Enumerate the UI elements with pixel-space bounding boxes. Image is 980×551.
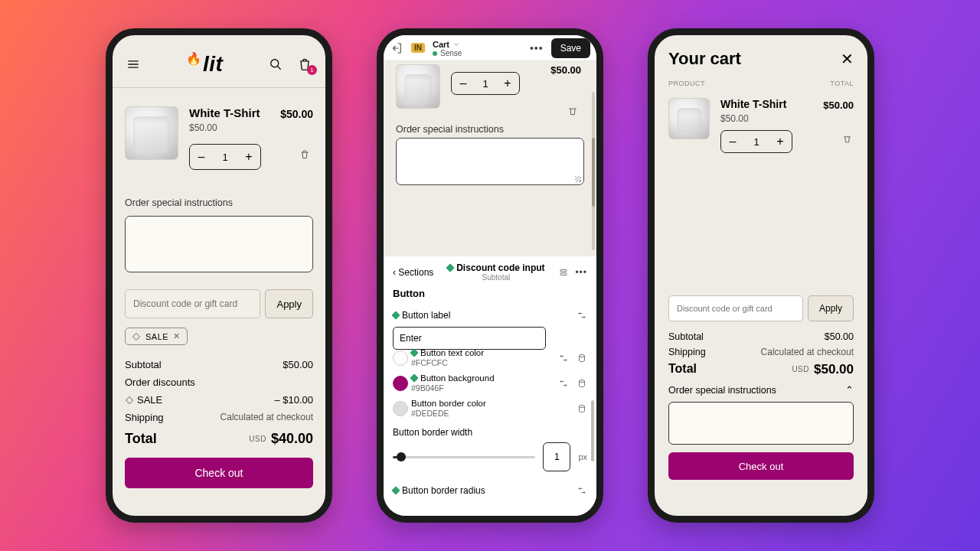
border-radius-label: Button border radius: [402, 485, 485, 496]
discount-chip-label: SALE: [145, 332, 168, 341]
osi-textarea[interactable]: [396, 138, 584, 185]
save-button[interactable]: Save: [551, 38, 590, 58]
remove-item[interactable]: [299, 149, 310, 163]
product-thumbnail: [396, 64, 440, 109]
discount-input[interactable]: [125, 289, 260, 318]
unit-label: px: [578, 452, 587, 461]
checkout-button[interactable]: Check out: [125, 458, 313, 488]
svg-rect-1: [560, 269, 567, 272]
phone-theme-editor: IN Cart Sense ••• Save – 1 + $50.00 Orde…: [377, 28, 603, 523]
search-icon[interactable]: [267, 56, 284, 73]
col-product: PRODUCT: [668, 80, 705, 87]
color-swatch[interactable]: [393, 401, 408, 416]
cart-line-item: White T-Shirt $50.00 – 1 + $50.00: [113, 88, 325, 174]
subtotal-label: Subtotal: [125, 359, 162, 370]
qty-value: 1: [213, 152, 237, 163]
svg-point-6: [580, 405, 585, 407]
qty-increase[interactable]: +: [496, 77, 519, 90]
osi-label: Order special instructions: [113, 174, 325, 213]
remove-item[interactable]: [842, 133, 852, 147]
color-swatch[interactable]: [393, 350, 408, 366]
status-dot-icon: [433, 51, 437, 56]
quantity-stepper: – 1 +: [189, 144, 261, 170]
col-total: TOTAL: [830, 80, 854, 87]
qty-increase[interactable]: +: [769, 135, 792, 148]
line-price: $50.00: [823, 99, 854, 111]
button-label-input[interactable]: [393, 327, 546, 350]
osi-textarea[interactable]: [668, 402, 854, 445]
store-logo: 🔥lit: [186, 52, 224, 77]
cart-title: Your cart: [668, 49, 741, 69]
svg-point-5: [580, 380, 585, 382]
total-value: $40.00: [271, 431, 313, 446]
remove-chip-icon[interactable]: ✕: [173, 331, 181, 341]
text-color-label: Button text color: [420, 348, 484, 357]
more-icon[interactable]: •••: [530, 42, 544, 54]
border-width-slider[interactable]: [393, 456, 535, 458]
border-width-input[interactable]: 1: [543, 442, 570, 471]
connect-icon[interactable]: [558, 353, 569, 364]
osi-label: Order special instructions: [391, 109, 589, 138]
apply-button[interactable]: Apply: [808, 295, 854, 321]
svg-rect-2: [560, 273, 567, 276]
database-icon[interactable]: [577, 403, 587, 414]
svg-point-4: [580, 354, 585, 357]
qty-increase[interactable]: +: [237, 150, 260, 164]
menu-icon[interactable]: [125, 56, 142, 73]
shipping-value: Calculated at checkout: [220, 412, 313, 423]
breadcrumb[interactable]: Cart Sense: [433, 38, 522, 57]
button-label-label: Button label: [402, 310, 450, 321]
apply-button[interactable]: Apply: [265, 289, 313, 318]
discount-chip: SALE ✕: [125, 328, 188, 345]
dynamic-icon: [391, 486, 400, 494]
panel-title: Discount code input: [456, 262, 544, 273]
qty-decrease[interactable]: –: [452, 77, 475, 90]
total-value: $50.00: [814, 362, 854, 377]
text-color-value: #FCFCFC: [411, 358, 484, 367]
database-icon[interactable]: [577, 353, 587, 364]
theme-badge: IN: [411, 43, 425, 53]
qty-value: 1: [744, 136, 769, 148]
totals: Subtotal$50.00 Order discounts SALE– $10…: [113, 345, 325, 450]
bg-value: #9B046F: [411, 383, 495, 393]
qty-decrease[interactable]: –: [721, 135, 744, 148]
qty-decrease[interactable]: –: [190, 150, 213, 164]
product-unit-price: $50.00: [189, 122, 261, 133]
close-icon[interactable]: ✕: [841, 50, 854, 68]
bg-label: Button background: [420, 373, 495, 383]
connect-icon[interactable]: [558, 378, 569, 389]
sale-label: SALE: [137, 394, 162, 406]
more-icon[interactable]: •••: [575, 267, 587, 278]
product-thumbnail[interactable]: [125, 106, 178, 160]
osi-toggle[interactable]: Order special instructions⌃: [655, 380, 867, 399]
discounts-label: Order discounts: [125, 377, 195, 388]
scrollbar[interactable]: [592, 92, 595, 250]
back-button[interactable]: ‹ Sections: [393, 267, 433, 278]
scrollbar[interactable]: [591, 400, 594, 461]
exit-icon[interactable]: [390, 41, 403, 55]
line-price: $50.00: [550, 64, 581, 76]
qty-value: 1: [475, 78, 496, 90]
settings-panel: ‹ Sections Discount code input Subtotal …: [384, 256, 596, 516]
editor-topbar: IN Cart Sense ••• Save: [384, 35, 596, 61]
border-value: #DEDEDE: [411, 409, 486, 418]
cart-icon[interactable]: 1: [296, 56, 313, 73]
product-name: White T-Shirt: [189, 106, 261, 119]
layout-icon[interactable]: [558, 267, 569, 278]
store-header: 🔥lit 1: [113, 35, 325, 88]
currency: USD: [792, 365, 809, 373]
subtotal-label: Subtotal: [668, 331, 704, 342]
phone-storefront-cart: 🔥lit 1 White T-Shirt $50.00 – 1 + $50.00…: [106, 28, 332, 523]
color-swatch[interactable]: [393, 376, 408, 391]
connect-icon[interactable]: [577, 485, 587, 496]
product-name: White T-Shirt: [720, 98, 792, 110]
remove-item[interactable]: [567, 106, 578, 119]
discount-input[interactable]: [668, 295, 803, 321]
product-thumbnail[interactable]: [668, 98, 710, 139]
osi-textarea[interactable]: [125, 216, 313, 272]
database-icon[interactable]: [577, 378, 587, 389]
quantity-stepper[interactable]: – 1 +: [451, 72, 520, 95]
line-price: $50.00: [280, 108, 313, 120]
checkout-button[interactable]: Check out: [668, 452, 854, 480]
connect-icon[interactable]: [577, 310, 587, 321]
